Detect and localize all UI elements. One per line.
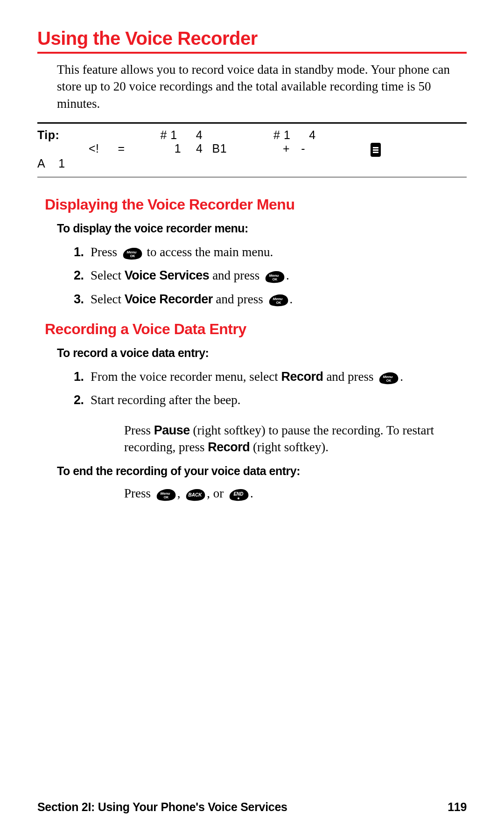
- tip-text: 4: [196, 128, 203, 141]
- svg-text:Menu: Menu: [269, 273, 279, 278]
- step-item: 1. From the voice recorder menu, select …: [74, 368, 467, 385]
- step-text: and press: [323, 370, 377, 384]
- svg-text:Menu: Menu: [126, 250, 136, 254]
- instruction-heading: To display the voice recorder menu:: [57, 222, 467, 235]
- tip-label: Tip:: [37, 128, 59, 141]
- intro-paragraph: This feature allows you to record voice …: [57, 61, 467, 112]
- menu-ok-key-icon: MenuOK: [378, 371, 399, 385]
- step-text: to access the main menu.: [144, 245, 273, 259]
- end-key-icon: END: [228, 488, 249, 501]
- menu-ok-key-icon: MenuOK: [264, 270, 285, 283]
- step-text: and press: [213, 292, 266, 306]
- menu-ok-key-icon: MenuOK: [155, 488, 176, 501]
- steps-list: 1. Press MenuOK to access the main menu.…: [74, 244, 467, 308]
- step-bold: Voice Recorder: [125, 292, 213, 306]
- tip-text: 1: [58, 157, 65, 170]
- section-heading: Displaying the Voice Recorder Menu: [45, 196, 467, 213]
- step-text: Press: [91, 245, 120, 259]
- tip-box: Tip:# 14# 14 <!=14B1+- A1: [37, 122, 467, 177]
- list-icon: [371, 143, 381, 157]
- menu-ok-key-icon: MenuOK: [267, 294, 289, 307]
- step-item: 1. Press MenuOK to access the main menu.: [74, 244, 467, 260]
- svg-text:OK: OK: [276, 301, 281, 304]
- step-text: From the voice recorder menu, select: [91, 370, 281, 384]
- tip-text: 4: [309, 128, 315, 141]
- step-number: 2.: [74, 267, 91, 284]
- svg-text:OK: OK: [273, 278, 278, 281]
- tip-text: B1: [212, 142, 227, 155]
- tip-text: -: [301, 142, 305, 155]
- tip-text: A: [37, 157, 45, 170]
- instruction-heading: To record a voice data entry:: [57, 346, 467, 360]
- footer-page-number: 119: [448, 800, 467, 814]
- tip-text: # 1: [273, 128, 290, 141]
- note-paragraph: Press Pause (right softkey) to pause the…: [124, 422, 467, 456]
- svg-text:OK: OK: [164, 496, 169, 499]
- press-line: Press MenuOK, BACK, or END.: [124, 486, 467, 501]
- step-number: 1.: [74, 244, 91, 260]
- step-text: Select: [91, 292, 125, 306]
- step-text: Start recording after the beep.: [91, 392, 467, 408]
- footer-section: Section 2I: Using Your Phone's Voice Ser…: [37, 800, 287, 814]
- steps-list: 1. From the voice recorder menu, select …: [74, 368, 467, 409]
- tip-text: =: [118, 142, 125, 155]
- step-item: 2. Select Voice Services and press MenuO…: [74, 267, 467, 284]
- step-bold: Record: [281, 370, 323, 384]
- svg-text:END: END: [233, 491, 243, 497]
- title-rule: [37, 52, 467, 54]
- section-heading: Recording a Voice Data Entry: [45, 321, 467, 338]
- step-number: 1.: [74, 368, 91, 385]
- instruction-heading: To end the recording of your voice data …: [57, 464, 467, 478]
- step-number: 2.: [74, 392, 91, 408]
- svg-text:OK: OK: [386, 379, 392, 382]
- svg-text:Menu: Menu: [273, 297, 282, 301]
- svg-text:Menu: Menu: [160, 491, 170, 496]
- tip-text: # 1: [160, 128, 177, 141]
- tip-text: 4: [196, 142, 203, 155]
- tip-text: +: [283, 142, 290, 155]
- svg-text:OK: OK: [130, 254, 135, 258]
- tip-text: <!: [89, 142, 99, 155]
- step-item: 2. Start recording after the beep.: [74, 392, 467, 408]
- page-title: Using the Voice Recorder: [37, 28, 467, 49]
- back-key-icon: BACK: [184, 488, 206, 501]
- svg-point-12: [238, 497, 239, 499]
- step-number: 3.: [74, 291, 91, 308]
- svg-text:Menu: Menu: [383, 375, 393, 379]
- step-item: 3. Select Voice Recorder and press MenuO…: [74, 291, 467, 308]
- menu-ok-key-icon: MenuOK: [121, 247, 143, 260]
- svg-text:BACK: BACK: [189, 492, 203, 497]
- page-footer: Section 2I: Using Your Phone's Voice Ser…: [37, 800, 467, 814]
- step-text: and press: [209, 268, 263, 282]
- step-bold: Voice Services: [125, 268, 210, 282]
- tip-text: 1: [175, 142, 181, 155]
- step-text: Select: [91, 268, 125, 282]
